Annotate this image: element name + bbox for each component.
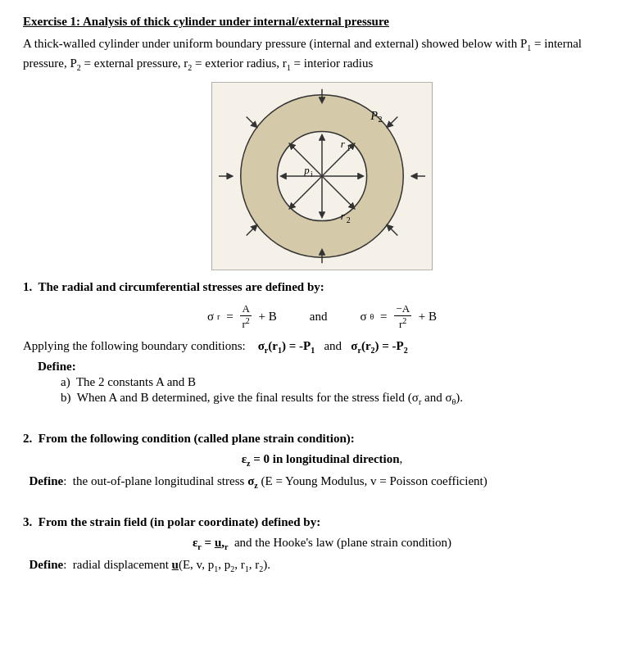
define-label-3: Define xyxy=(29,558,64,571)
section-2-header: 2. From the following condition (called … xyxy=(23,432,621,446)
svg-text:p: p xyxy=(303,165,310,176)
define-label-1: Define: xyxy=(38,360,76,373)
strain-condition-formula: εz = 0 in longitudinal direction, xyxy=(23,452,621,468)
define-block-1: Define: a) The 2 constants A and B b) Wh… xyxy=(38,360,621,406)
define-block-2: Define: the out-of-plane longitudinal st… xyxy=(23,474,621,490)
define-block-3: Define: radial displacement u(E, v, p1, … xyxy=(23,558,621,573)
define-label-2: Define xyxy=(29,474,64,487)
svg-text:2: 2 xyxy=(347,215,351,224)
intro-text: A thick-walled cylinder under uniform bo… xyxy=(23,35,621,74)
svg-text:2: 2 xyxy=(378,115,382,124)
page-title: Exercise 1: Analysis of thick cylinder u… xyxy=(23,15,621,29)
sub-item-a: a) The 2 constants A and B xyxy=(61,375,621,389)
strain-field-formula: εr = u,r and the Hooke's law (plane stra… xyxy=(23,536,621,551)
stress-formulas: σr = A r2 + B and σθ = −A r2 + B xyxy=(23,302,621,331)
section-3-header: 3. From the strain field (in polar coord… xyxy=(23,515,621,529)
section-1: 1. The radial and circumferential stress… xyxy=(23,280,621,406)
sub-item-b: b) When A and B determined, give the fin… xyxy=(61,391,621,406)
diagram-container: P 2 p i r 1 r 2 xyxy=(23,82,621,270)
section-2: 2. From the following condition (called … xyxy=(23,432,621,490)
svg-text:P: P xyxy=(370,110,379,122)
sigma-theta-formula: σθ = −A r2 + B xyxy=(360,302,437,331)
section-1-header: 1. The radial and circumferential stress… xyxy=(23,280,621,294)
sigma-r-formula: σr = A r2 + B xyxy=(207,302,277,331)
boundary-conditions: Applying the following boundary conditio… xyxy=(23,339,621,355)
svg-text:i: i xyxy=(311,170,313,179)
and-connector: and xyxy=(310,310,328,324)
section-3: 3. From the strain field (in polar coord… xyxy=(23,515,621,573)
cylinder-diagram: P 2 p i r 1 r 2 xyxy=(211,82,433,270)
